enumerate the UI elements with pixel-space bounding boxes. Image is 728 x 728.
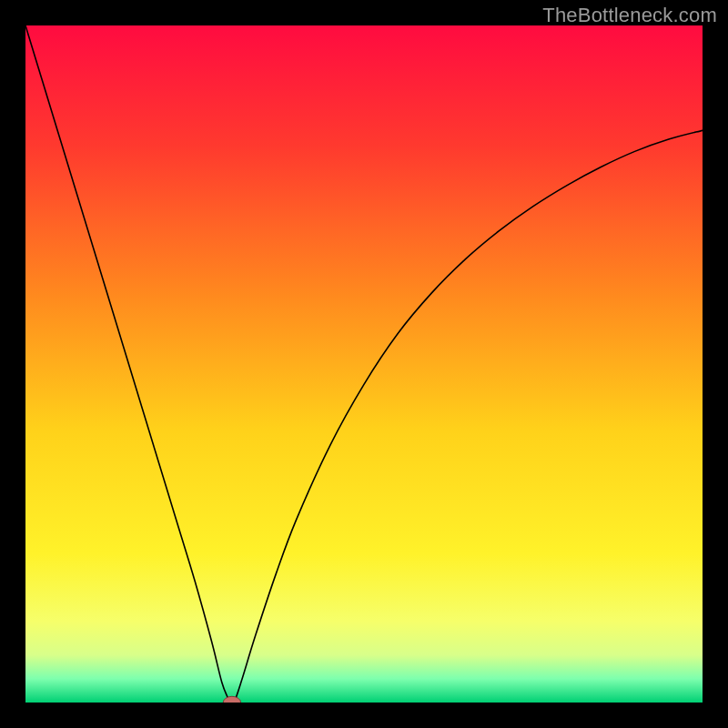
chart-canvas (25, 25, 703, 703)
watermark-text: TheBottleneck.com (542, 4, 717, 27)
chart-frame: TheBottleneck.com (0, 0, 728, 728)
plot-area (25, 25, 703, 703)
gradient-background (25, 25, 703, 703)
